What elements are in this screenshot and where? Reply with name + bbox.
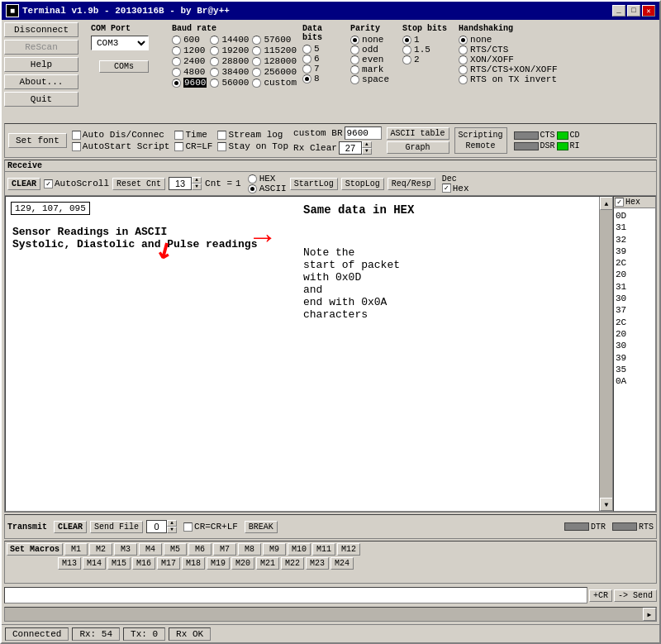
macro-m4[interactable]: M4: [139, 543, 162, 556]
hs-both-radio[interactable]: [459, 65, 468, 74]
transmit-up[interactable]: ▲: [167, 520, 177, 527]
baud-28800-radio[interactable]: [210, 57, 219, 66]
close-button[interactable]: ✕: [642, 5, 655, 17]
rx-clear-down[interactable]: ▼: [362, 148, 372, 155]
rx-clear-input[interactable]: [339, 141, 362, 155]
baud-4800-radio[interactable]: [172, 68, 181, 77]
horizontal-scrollbar-track[interactable]: [5, 608, 643, 621]
stoplog-button[interactable]: StopLog: [341, 178, 384, 190]
macro-m14[interactable]: M14: [83, 557, 106, 570]
graph-button[interactable]: Graph: [387, 141, 449, 154]
baud-56000-radio[interactable]: [210, 79, 219, 88]
macro-m16[interactable]: M16: [132, 557, 155, 570]
scrollbar-track[interactable]: [600, 210, 612, 498]
par-space-radio[interactable]: [350, 75, 359, 84]
db-8-radio[interactable]: [302, 74, 311, 83]
autoscroll-checkbox[interactable]: ✓: [44, 179, 53, 188]
set-macros-button[interactable]: Set Macros: [7, 543, 63, 556]
hs-rtsontx-radio[interactable]: [459, 75, 468, 84]
command-input[interactable]: [4, 587, 587, 603]
par-even-radio[interactable]: [350, 55, 359, 64]
db-5-radio[interactable]: [302, 45, 311, 54]
quit-button[interactable]: Quit: [4, 92, 78, 107]
macro-m21[interactable]: M21: [256, 557, 279, 570]
send-file-button[interactable]: Send File: [90, 521, 143, 533]
macro-m19[interactable]: M19: [207, 557, 230, 570]
transmit-value-input[interactable]: [146, 520, 167, 533]
autostart-script-checkbox[interactable]: [72, 142, 81, 151]
ascii-table-button[interactable]: ASCII table: [387, 127, 449, 140]
scroll-up-button[interactable]: ▲: [600, 197, 613, 210]
custom-br-input[interactable]: [345, 126, 382, 140]
macro-m11[interactable]: M11: [312, 543, 335, 556]
db-7-radio[interactable]: [302, 64, 311, 74]
macro-m18[interactable]: M18: [182, 557, 205, 570]
db-6-radio[interactable]: [302, 55, 311, 64]
req-resp-button[interactable]: Req/Resp: [388, 178, 435, 190]
par-none-radio[interactable]: [350, 36, 359, 45]
hs-none-radio[interactable]: [459, 36, 468, 45]
baud-custom-radio[interactable]: [252, 79, 261, 88]
minimize-button[interactable]: _: [612, 5, 625, 17]
set-font-button[interactable]: Set font: [8, 133, 67, 148]
macro-m12[interactable]: M12: [337, 543, 360, 556]
sb-1-radio[interactable]: [402, 36, 411, 45]
reset-cnt-button[interactable]: Reset Cnt: [112, 178, 165, 190]
macro-m7[interactable]: M7: [213, 543, 236, 556]
macro-m5[interactable]: M5: [164, 543, 187, 556]
macro-m17[interactable]: M17: [157, 557, 180, 570]
stay-on-top-checkbox[interactable]: [217, 142, 226, 151]
par-odd-radio[interactable]: [350, 45, 359, 55]
rescan-button[interactable]: ReScan: [4, 40, 78, 55]
cr-lf-checkbox[interactable]: [174, 142, 183, 151]
break-button[interactable]: BREAK: [245, 521, 278, 533]
baud-256000-radio[interactable]: [252, 68, 261, 77]
baud-115200-radio[interactable]: [252, 46, 261, 55]
macro-m8[interactable]: M8: [238, 543, 261, 556]
macro-m20[interactable]: M20: [231, 557, 254, 570]
cr-cr-lf-checkbox[interactable]: [183, 522, 193, 532]
cr-button[interactable]: +CR: [589, 589, 612, 602]
startlog-button[interactable]: StartLog: [290, 178, 338, 190]
par-mark-radio[interactable]: [350, 65, 359, 74]
stream-log-checkbox[interactable]: [217, 131, 226, 140]
sb-2-radio[interactable]: [402, 55, 411, 64]
macro-m22[interactable]: M22: [281, 557, 304, 570]
baud-9600-radio[interactable]: [172, 79, 181, 88]
send-button[interactable]: -> Send: [614, 589, 657, 602]
macro-m2[interactable]: M2: [89, 543, 112, 556]
macro-m24[interactable]: M24: [330, 557, 354, 570]
transmit-down[interactable]: ▼: [167, 527, 177, 533]
hs-rtscts-radio[interactable]: [459, 45, 468, 55]
transmit-clear-button[interactable]: CLEAR: [54, 521, 87, 533]
scroll-right-button[interactable]: ▶: [643, 608, 656, 621]
rx-clear-up[interactable]: ▲: [362, 141, 372, 148]
baud-19200-radio[interactable]: [210, 46, 219, 55]
help-button[interactable]: Help: [4, 57, 78, 72]
baud-14400-radio[interactable]: [210, 36, 219, 45]
macro-m6[interactable]: M6: [188, 543, 212, 556]
time-checkbox[interactable]: [174, 131, 183, 140]
maximize-button[interactable]: □: [627, 5, 640, 17]
cnt-down[interactable]: ▼: [192, 184, 202, 190]
ascii-radio[interactable]: [248, 184, 257, 193]
macro-m3[interactable]: M3: [114, 543, 137, 556]
hex-panel-checkbox[interactable]: ✓: [615, 198, 624, 207]
hs-xon-radio[interactable]: [459, 55, 468, 64]
about-button[interactable]: About...: [4, 74, 78, 89]
hex-col-checkbox[interactable]: ✓: [442, 184, 451, 193]
coms-button[interactable]: COMs: [99, 60, 149, 73]
macro-m9[interactable]: M9: [263, 543, 286, 556]
baud-2400-radio[interactable]: [172, 57, 181, 66]
macro-m23[interactable]: M23: [306, 557, 329, 570]
macro-m13[interactable]: M13: [58, 557, 81, 570]
sb-15-radio[interactable]: [402, 45, 411, 55]
macro-m10[interactable]: M10: [288, 543, 311, 556]
baud-600-radio[interactable]: [172, 36, 181, 45]
disconnect-button[interactable]: Disconnect: [4, 22, 78, 37]
hex-radio[interactable]: [248, 174, 257, 184]
receive-clear-button[interactable]: CLEAR: [7, 178, 40, 190]
cnt-up[interactable]: ▲: [192, 177, 202, 184]
baud-128000-radio[interactable]: [252, 57, 261, 66]
com-port-select[interactable]: COM3: [91, 36, 149, 50]
